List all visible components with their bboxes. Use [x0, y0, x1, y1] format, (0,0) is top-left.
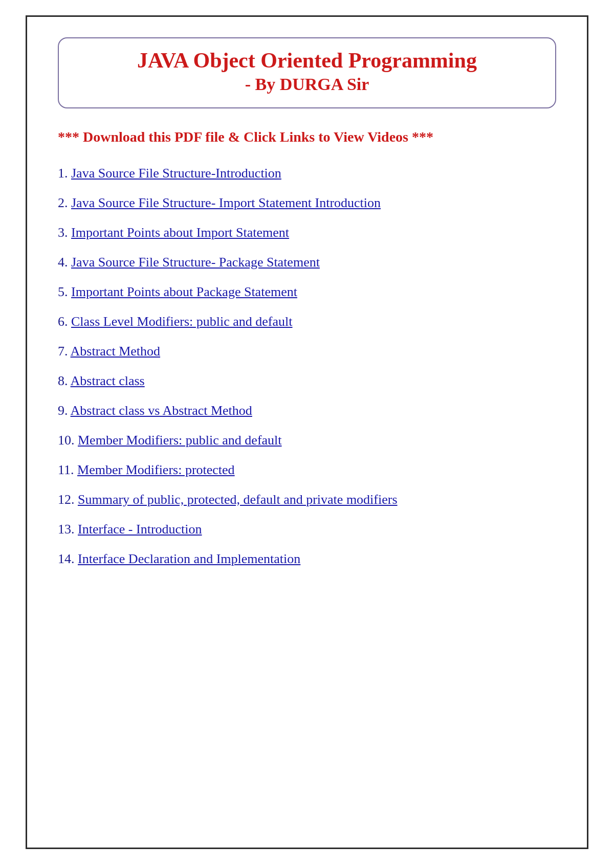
toc-list: 1. Java Source File Structure-Introducti…: [58, 166, 556, 567]
toc-link-11[interactable]: Member Modifiers: protected: [77, 462, 235, 477]
download-banner: *** Download this PDF file & Click Links…: [58, 129, 556, 145]
item-number: 4.: [58, 255, 71, 270]
list-item: 3. Important Points about Import Stateme…: [58, 225, 556, 240]
item-number: 9.: [58, 403, 71, 418]
list-item: 7. Abstract Method: [58, 344, 556, 359]
list-item: 4. Java Source File Structure- Package S…: [58, 255, 556, 270]
toc-link-12[interactable]: Summary of public, protected, default an…: [78, 492, 398, 507]
toc-link-8[interactable]: Abstract class: [71, 373, 145, 388]
toc-link-14[interactable]: Interface Declaration and Implementation: [78, 551, 300, 566]
list-item: 14. Interface Declaration and Implementa…: [58, 551, 556, 567]
toc-link-7[interactable]: Abstract Method: [71, 344, 160, 359]
list-item: 2. Java Source File Structure- Import St…: [58, 195, 556, 211]
toc-link-13[interactable]: Interface - Introduction: [78, 522, 202, 537]
toc-link-10[interactable]: Member Modifiers: public and default: [78, 433, 282, 448]
item-number: 11.: [58, 462, 77, 477]
list-item: 11. Member Modifiers: protected: [58, 462, 556, 478]
toc-link-3[interactable]: Important Points about Import Statement: [71, 225, 289, 240]
title-main: JAVA Object Oriented Programming: [74, 48, 540, 73]
item-number: 10.: [58, 433, 78, 448]
list-item: 10. Member Modifiers: public and default: [58, 433, 556, 448]
list-item: 8. Abstract class: [58, 373, 556, 389]
list-item: 6. Class Level Modifiers: public and def…: [58, 314, 556, 329]
item-number: 2.: [58, 195, 71, 210]
list-item: 13. Interface - Introduction: [58, 522, 556, 537]
title-sub: - By DURGA Sir: [74, 73, 540, 96]
page-container: JAVA Object Oriented Programming - By DU…: [26, 15, 588, 849]
toc-link-6[interactable]: Class Level Modifiers: public and defaul…: [71, 314, 293, 329]
item-number: 13.: [58, 522, 78, 537]
toc-link-4[interactable]: Java Source File Structure- Package Stat…: [71, 255, 320, 270]
list-item: 1. Java Source File Structure-Introducti…: [58, 166, 556, 181]
item-number: 5.: [58, 284, 71, 299]
list-item: 12. Summary of public, protected, defaul…: [58, 492, 556, 507]
list-item: 9. Abstract class vs Abstract Method: [58, 403, 556, 418]
item-number: 1.: [58, 166, 71, 181]
item-number: 8.: [58, 373, 71, 388]
toc-link-9[interactable]: Abstract class vs Abstract Method: [71, 403, 252, 418]
item-number: 7.: [58, 344, 71, 359]
list-item: 5. Important Points about Package Statem…: [58, 284, 556, 300]
toc-link-1[interactable]: Java Source File Structure-Introduction: [71, 166, 281, 181]
item-number: 3.: [58, 225, 71, 240]
item-number: 14.: [58, 551, 78, 566]
item-number: 6.: [58, 314, 71, 329]
toc-link-5[interactable]: Important Points about Package Statement: [71, 284, 297, 299]
title-box: JAVA Object Oriented Programming - By DU…: [58, 37, 556, 108]
toc-link-2[interactable]: Java Source File Structure- Import State…: [71, 195, 381, 210]
item-number: 12.: [58, 492, 78, 507]
